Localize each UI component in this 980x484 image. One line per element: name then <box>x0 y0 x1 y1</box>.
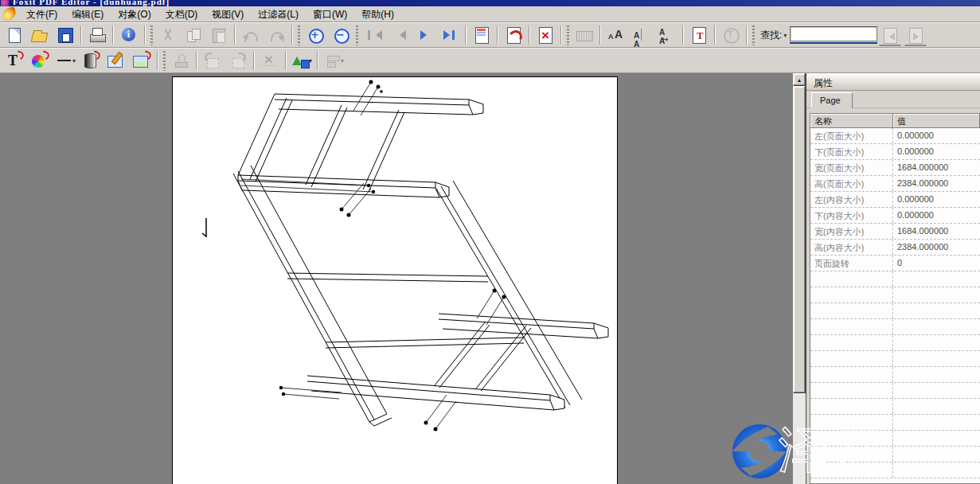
scroll-up-button[interactable]: ▲ <box>793 73 806 86</box>
toolbar-separator <box>291 25 293 45</box>
toolbar-grip[interactable] <box>566 25 570 45</box>
toolbar-separator <box>682 25 684 45</box>
rotate-page-button[interactable] <box>502 24 525 46</box>
page-layout-button[interactable] <box>470 24 493 46</box>
prev-page-button[interactable] <box>388 24 410 46</box>
property-row[interactable]: 高(内容大小)2384.000000 <box>810 240 980 256</box>
tracking-button[interactable] <box>656 24 678 46</box>
zoom-out-icon <box>331 25 350 45</box>
vertical-scrollbar[interactable]: ▲ <box>793 73 806 484</box>
property-row-empty <box>810 447 980 463</box>
clone-button[interactable] <box>170 49 192 72</box>
toolbar-grip[interactable] <box>752 25 755 45</box>
copy-button[interactable] <box>182 24 205 46</box>
image-edit-icon <box>107 51 126 70</box>
property-row[interactable]: 下(页面大小)0.000000 <box>810 144 980 160</box>
line-style-button[interactable] <box>54 49 76 72</box>
zoom-out-button[interactable] <box>330 24 352 46</box>
rotate-right-button[interactable] <box>227 49 249 72</box>
toolbar-grip[interactable] <box>297 25 301 45</box>
open-button[interactable] <box>29 24 51 46</box>
save-button[interactable] <box>54 24 76 46</box>
kerning-button[interactable] <box>631 24 653 46</box>
undo-icon <box>241 25 260 45</box>
undo-button[interactable] <box>240 24 262 46</box>
shading-icon <box>81 51 100 70</box>
menu-item-file[interactable]: 文件(F) <box>19 7 64 21</box>
find-previous-button[interactable] <box>879 24 901 46</box>
dropdown-caret-icon[interactable] <box>341 57 344 64</box>
menu-item-help[interactable]: 帮助(H) <box>354 7 401 21</box>
cut-button[interactable] <box>157 24 179 46</box>
insert-image-button[interactable] <box>131 49 153 72</box>
find-next-button[interactable] <box>904 24 927 46</box>
toolbar-separator <box>157 51 158 70</box>
property-value[interactable]: 2384.000000 <box>893 240 980 255</box>
zoom-in-button[interactable] <box>304 24 326 46</box>
property-row[interactable]: 下(内容大小)0.000000 <box>810 208 980 224</box>
document-info-button[interactable] <box>118 24 140 46</box>
rotate-left-button[interactable] <box>201 49 224 72</box>
color-button[interactable] <box>29 49 51 72</box>
shapes-button[interactable] <box>291 49 313 72</box>
pdf-page[interactable] <box>172 76 618 484</box>
property-row-empty <box>810 463 980 478</box>
tab-page[interactable]: Page <box>811 92 853 108</box>
scrollbar-thumb[interactable] <box>793 86 806 393</box>
shading-button[interactable] <box>80 49 102 72</box>
page-layout-icon <box>472 25 491 45</box>
print-button[interactable] <box>86 24 108 46</box>
menu-item-edit[interactable]: 编辑(E) <box>64 7 111 21</box>
align-button[interactable] <box>322 49 345 72</box>
toolbar-grip[interactable] <box>150 25 154 45</box>
last-page-button[interactable] <box>439 24 461 46</box>
document-canvas[interactable] <box>0 73 793 484</box>
property-value[interactable]: 1684.000000 <box>893 160 980 175</box>
first-page-button[interactable] <box>362 24 385 46</box>
property-row[interactable]: 左(内容大小)0.000000 <box>810 192 980 208</box>
property-row-empty <box>810 303 980 319</box>
toolbar-grip[interactable] <box>355 25 359 45</box>
find-next-icon <box>906 25 925 45</box>
property-value[interactable]: 0.000000 <box>893 208 980 223</box>
find-input[interactable] <box>790 26 877 41</box>
edit-image-button[interactable] <box>105 49 127 72</box>
property-row[interactable]: 宽(页面大小)1684.000000 <box>810 160 980 176</box>
keyboard-icon <box>575 25 594 45</box>
property-row[interactable]: 高(页面大小)2384.000000 <box>810 176 980 192</box>
property-value[interactable]: 0 <box>893 256 980 271</box>
prev-page-icon <box>389 25 408 45</box>
add-text-button[interactable] <box>3 49 25 72</box>
menu-item-object[interactable]: 对象(O) <box>111 7 158 21</box>
property-value[interactable]: 2384.000000 <box>893 176 980 191</box>
toolbar-grip[interactable] <box>162 50 166 71</box>
kerning-icon <box>632 25 651 45</box>
info-icon <box>119 25 139 45</box>
property-value[interactable]: 0.000000 <box>893 128 980 143</box>
delete-page-button[interactable] <box>534 24 556 46</box>
new-button[interactable] <box>3 24 25 46</box>
property-row[interactable]: 宽(内容大小)1684.000000 <box>810 224 980 240</box>
align-icon <box>323 51 340 70</box>
menu-item-filter[interactable]: 过滤器(L) <box>251 7 306 21</box>
property-value[interactable]: 1684.000000 <box>893 224 980 239</box>
find-dropdown-icon[interactable] <box>783 32 787 39</box>
redo-button[interactable] <box>265 24 287 46</box>
delete-object-button[interactable] <box>259 49 281 72</box>
paste-button[interactable] <box>208 24 230 46</box>
menu-item-view[interactable]: 视图(V) <box>205 7 251 21</box>
property-row[interactable]: 页面旋转0 <box>810 256 980 271</box>
insert-text-button[interactable] <box>688 24 710 46</box>
property-row-empty <box>810 399 980 415</box>
property-row[interactable]: 左(页面大小)0.000000 <box>810 128 980 144</box>
property-value[interactable]: 0.000000 <box>893 192 980 207</box>
text-circle-button[interactable] <box>720 24 742 46</box>
property-value[interactable]: 0.000000 <box>893 144 980 159</box>
image-add-icon <box>132 51 151 70</box>
menu-item-window[interactable]: 窗口(W) <box>306 7 354 21</box>
keyboard-button[interactable] <box>573 24 595 46</box>
menu-item-document[interactable]: 文档(D) <box>158 7 205 21</box>
next-page-button[interactable] <box>413 24 435 46</box>
dropdown-caret-icon[interactable] <box>72 57 76 64</box>
font-size-button[interactable] <box>605 24 627 46</box>
